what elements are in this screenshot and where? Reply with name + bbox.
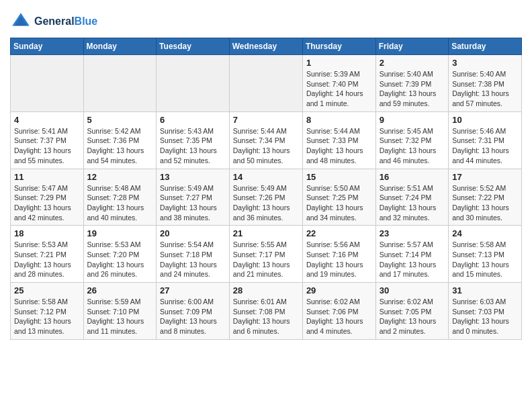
day-info: Sunrise: 5:53 AMSunset: 7:20 PMDaylight:… [87,240,153,279]
day-number: 24 [452,228,518,238]
calendar-cell: 15Sunrise: 5:50 AMSunset: 7:25 PMDayligh… [302,169,375,226]
calendar-cell: 29Sunrise: 6:02 AMSunset: 7:06 PMDayligh… [302,283,375,340]
day-number: 14 [233,172,299,182]
calendar-cell: 7Sunrise: 5:44 AMSunset: 7:34 PMDaylight… [229,111,302,169]
day-info: Sunrise: 5:58 AMSunset: 7:12 PMDaylight:… [14,297,80,336]
day-number: 16 [380,172,445,182]
day-number: 28 [233,285,299,295]
calendar-table: SundayMondayTuesdayWednesdayThursdayFrid… [10,38,522,340]
day-number: 12 [87,172,153,182]
day-number: 2 [380,58,445,68]
calendar-cell: 10Sunrise: 5:46 AMSunset: 7:31 PMDayligh… [449,111,522,169]
logo-text: GeneralBlue [34,15,97,28]
day-info: Sunrise: 5:59 AMSunset: 7:10 PMDaylight:… [87,297,153,336]
weekday-header-saturday: Saturday [449,38,522,55]
day-info: Sunrise: 5:49 AMSunset: 7:26 PMDaylight:… [233,183,299,223]
calendar-cell: 27Sunrise: 6:00 AMSunset: 7:09 PMDayligh… [157,283,230,340]
calendar-cell: 4Sunrise: 5:41 AMSunset: 7:37 PMDaylight… [11,111,84,169]
day-number: 19 [87,228,153,238]
calendar-cell: 13Sunrise: 5:49 AMSunset: 7:27 PMDayligh… [157,169,230,226]
calendar-cell: 14Sunrise: 5:49 AMSunset: 7:26 PMDayligh… [229,169,302,226]
calendar-cell: 21Sunrise: 5:55 AMSunset: 7:17 PMDayligh… [229,226,302,283]
calendar-cell: 12Sunrise: 5:48 AMSunset: 7:28 PMDayligh… [83,169,157,226]
day-info: Sunrise: 5:58 AMSunset: 7:13 PMDaylight:… [452,240,518,279]
week-row-2: 4Sunrise: 5:41 AMSunset: 7:37 PMDaylight… [11,111,522,169]
day-number: 23 [380,228,445,238]
day-number: 27 [160,285,226,295]
weekday-header-sunday: Sunday [11,38,84,55]
calendar-cell [157,55,230,112]
day-number: 6 [160,115,226,125]
day-info: Sunrise: 6:01 AMSunset: 7:08 PMDaylight:… [233,297,299,336]
week-row-5: 25Sunrise: 5:58 AMSunset: 7:12 PMDayligh… [11,283,522,340]
calendar-header: SundayMondayTuesdayWednesdayThursdayFrid… [11,38,522,55]
day-number: 25 [14,285,80,295]
weekday-header-thursday: Thursday [302,38,375,55]
calendar-cell: 11Sunrise: 5:47 AMSunset: 7:29 PMDayligh… [11,169,84,226]
day-info: Sunrise: 5:45 AMSunset: 7:32 PMDaylight:… [380,126,445,166]
day-number: 17 [452,172,518,182]
day-number: 10 [452,115,518,125]
weekday-header-friday: Friday [375,38,449,55]
day-number: 29 [306,285,372,295]
logo-icon [10,11,32,32]
page-header: GeneralBlue [10,7,522,32]
weekday-header-monday: Monday [83,38,157,55]
day-info: Sunrise: 5:43 AMSunset: 7:35 PMDaylight:… [160,126,226,166]
calendar-cell: 20Sunrise: 5:54 AMSunset: 7:18 PMDayligh… [157,226,230,283]
calendar-cell: 8Sunrise: 5:44 AMSunset: 7:33 PMDaylight… [302,111,375,169]
day-number: 18 [14,228,80,238]
day-number: 22 [306,228,372,238]
calendar-cell: 19Sunrise: 5:53 AMSunset: 7:20 PMDayligh… [83,226,157,283]
day-number: 11 [14,172,80,182]
day-info: Sunrise: 5:50 AMSunset: 7:25 PMDaylight:… [306,183,372,223]
day-info: Sunrise: 6:02 AMSunset: 7:05 PMDaylight:… [380,297,445,336]
calendar-cell: 24Sunrise: 5:58 AMSunset: 7:13 PMDayligh… [449,226,522,283]
day-number: 13 [160,172,226,182]
day-info: Sunrise: 5:52 AMSunset: 7:22 PMDaylight:… [452,183,518,223]
weekday-header-tuesday: Tuesday [157,38,230,55]
calendar-cell: 9Sunrise: 5:45 AMSunset: 7:32 PMDaylight… [375,111,449,169]
day-info: Sunrise: 5:39 AMSunset: 7:40 PMDaylight:… [306,69,372,109]
logo: GeneralBlue [10,11,97,32]
day-number: 3 [452,58,518,68]
day-info: Sunrise: 5:48 AMSunset: 7:28 PMDaylight:… [87,183,153,223]
day-info: Sunrise: 5:40 AMSunset: 7:39 PMDaylight:… [380,69,445,109]
day-info: Sunrise: 5:51 AMSunset: 7:24 PMDaylight:… [380,183,445,223]
calendar-cell: 23Sunrise: 5:57 AMSunset: 7:14 PMDayligh… [375,226,449,283]
week-row-4: 18Sunrise: 5:53 AMSunset: 7:21 PMDayligh… [11,226,522,283]
calendar-cell: 17Sunrise: 5:52 AMSunset: 7:22 PMDayligh… [449,169,522,226]
weekday-header-wednesday: Wednesday [229,38,302,55]
day-number: 20 [160,228,226,238]
day-number: 31 [452,285,518,295]
day-info: Sunrise: 5:40 AMSunset: 7:38 PMDaylight:… [452,69,518,109]
day-info: Sunrise: 5:42 AMSunset: 7:36 PMDaylight:… [87,126,153,166]
calendar-cell: 6Sunrise: 5:43 AMSunset: 7:35 PMDaylight… [157,111,230,169]
day-info: Sunrise: 5:57 AMSunset: 7:14 PMDaylight:… [380,240,445,279]
day-info: Sunrise: 6:02 AMSunset: 7:06 PMDaylight:… [306,297,372,336]
day-info: Sunrise: 6:03 AMSunset: 7:03 PMDaylight:… [452,297,518,336]
calendar-cell [229,55,302,112]
day-number: 4 [14,115,80,125]
calendar-body: 1Sunrise: 5:39 AMSunset: 7:40 PMDaylight… [11,55,522,340]
calendar-cell: 18Sunrise: 5:53 AMSunset: 7:21 PMDayligh… [11,226,84,283]
week-row-3: 11Sunrise: 5:47 AMSunset: 7:29 PMDayligh… [11,169,522,226]
day-number: 9 [380,115,445,125]
calendar-cell: 26Sunrise: 5:59 AMSunset: 7:10 PMDayligh… [83,283,157,340]
day-info: Sunrise: 5:55 AMSunset: 7:17 PMDaylight:… [233,240,299,279]
calendar-cell: 16Sunrise: 5:51 AMSunset: 7:24 PMDayligh… [375,169,449,226]
calendar-cell: 22Sunrise: 5:56 AMSunset: 7:16 PMDayligh… [302,226,375,283]
day-number: 30 [380,285,445,295]
weekday-row: SundayMondayTuesdayWednesdayThursdayFrid… [11,38,522,55]
day-number: 8 [306,115,372,125]
day-info: Sunrise: 5:49 AMSunset: 7:27 PMDaylight:… [160,183,226,223]
calendar-cell: 31Sunrise: 6:03 AMSunset: 7:03 PMDayligh… [449,283,522,340]
calendar-cell: 2Sunrise: 5:40 AMSunset: 7:39 PMDaylight… [375,55,449,112]
calendar-cell: 28Sunrise: 6:01 AMSunset: 7:08 PMDayligh… [229,283,302,340]
week-row-1: 1Sunrise: 5:39 AMSunset: 7:40 PMDaylight… [11,55,522,112]
day-info: Sunrise: 5:53 AMSunset: 7:21 PMDaylight:… [14,240,80,279]
day-number: 1 [306,58,372,68]
calendar-cell [11,55,84,112]
day-number: 5 [87,115,153,125]
day-info: Sunrise: 5:54 AMSunset: 7:18 PMDaylight:… [160,240,226,279]
